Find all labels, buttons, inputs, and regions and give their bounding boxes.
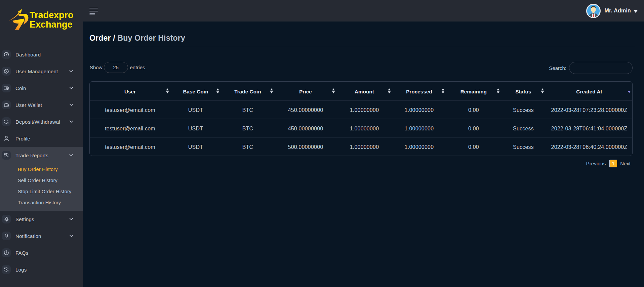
svg-text:Exchange: Exchange [30,19,73,30]
svg-text:Tradexpro: Tradexpro [30,10,73,20]
